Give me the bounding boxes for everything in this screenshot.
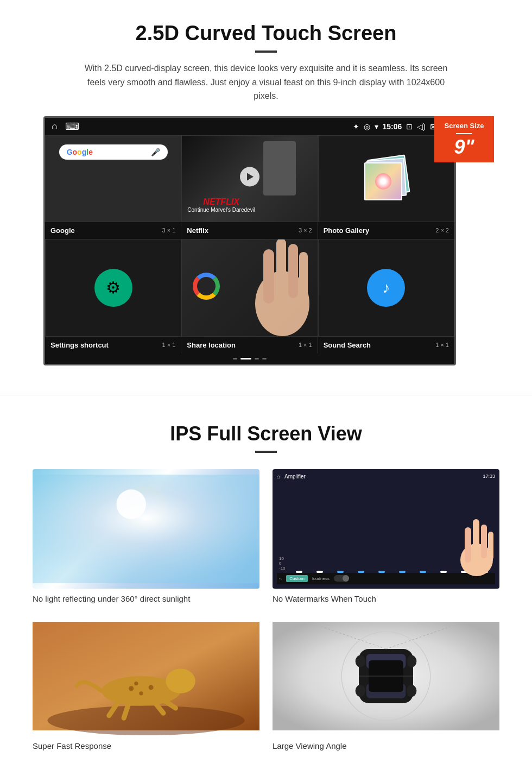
section2-divider [255, 451, 277, 453]
mic-icon: 🎤 [151, 148, 160, 156]
svg-point-34 [407, 685, 416, 697]
sound-app-cell[interactable]: ♪ [318, 239, 454, 337]
slider-knob-7 [420, 571, 426, 573]
status-bar-right: ✦ ◎ ▾ 15:06 ⊡ ◁) ⊠ ▭ [353, 122, 448, 131]
google-search-bar[interactable]: Google 🎤 [59, 144, 168, 160]
amp-custom-btn: Custom [286, 575, 308, 582]
dot-4 [262, 358, 267, 359]
google-label-item: Google 3 × 1 [45, 222, 181, 239]
g-circle [193, 273, 220, 300]
feature-img-angle [273, 616, 499, 736]
share-label-name: Share location [187, 341, 236, 349]
camera-icon: ⊡ [406, 122, 413, 131]
badge-divider [456, 133, 472, 134]
google-logo: Google [67, 148, 93, 156]
svg-point-16 [129, 686, 134, 691]
app-grid-row1: Google 🎤 NETFLIX Continue Mar [45, 135, 454, 222]
home-icon[interactable]: ⌂ [52, 121, 58, 132]
app-grid-row2: ⚙ [45, 239, 454, 337]
svg-rect-3 [288, 244, 298, 298]
slider-knob-8 [440, 571, 447, 573]
slider-knob-2 [316, 571, 323, 573]
netflix-label-name: Netflix [187, 226, 208, 235]
section2-title: IPS Full Screen View [33, 422, 499, 445]
g-maps-icon [193, 273, 223, 302]
status-bar: ⌂ ⌨ ✦ ◎ ▾ 15:06 ⊡ ◁) ⊠ ▭ [45, 118, 454, 135]
netflix-bg: NETFLIX Continue Marvel's Daredevil [182, 136, 317, 222]
device-mockup: Screen Size 9" ⌂ ⌨ ✦ ◎ ▾ 15:06 ⊡ ◁) ⊠ [43, 116, 489, 365]
svg-rect-11 [488, 532, 493, 560]
feature-label-watermark: No Watermarks When Touch [273, 594, 499, 603]
svg-rect-2 [276, 239, 286, 298]
netflix-label-item: Netflix 3 × 2 [181, 222, 318, 239]
feature-item-angle: Large Viewing Angle [273, 616, 499, 750]
screen-size-badge: Screen Size 9" [434, 116, 494, 162]
settings-app-cell[interactable]: ⚙ [45, 239, 181, 337]
sound-label-name: Sound Search [324, 341, 371, 349]
feature-img-response [33, 616, 259, 736]
section-curved-screen: 2.5D Curved Touch Screen With 2.5D curve… [0, 0, 532, 379]
google-label-size: 3 × 1 [162, 227, 176, 234]
svg-point-18 [149, 685, 154, 690]
feature-label-angle: Large Viewing Angle [273, 741, 499, 750]
eq-bars: 10 0 -10 [277, 483, 495, 571]
svg-point-33 [356, 685, 365, 697]
dot-1 [233, 358, 237, 359]
volume-icon: ◁) [417, 122, 426, 131]
svg-rect-1 [263, 249, 274, 304]
status-time: 15:06 [383, 122, 402, 131]
share-app-cell[interactable] [181, 239, 318, 337]
amp-toggle [334, 575, 349, 582]
sky-image [33, 469, 259, 589]
netflix-brand: NETFLIX [187, 197, 255, 207]
feature-label-sunlight: No light reflecting under 360° direct su… [33, 594, 259, 603]
app-label-row1: Google 3 × 1 Netflix 3 × 2 Photo Gallery… [45, 222, 454, 239]
amp-toggle-knob [343, 575, 349, 582]
car-svg [273, 616, 499, 736]
eq-labels: 10 0 -10 [279, 556, 286, 571]
feature-label-response: Super Fast Response [33, 741, 259, 750]
sky-svg [33, 469, 259, 589]
sound-label-item: Sound Search 1 × 1 [318, 337, 454, 354]
title-divider [255, 51, 277, 53]
bluetooth-icon: ✦ [353, 122, 359, 131]
flower-icon [375, 173, 391, 190]
google-label-name: Google [50, 226, 75, 235]
status-bar-left: ⌂ ⌨ [52, 121, 79, 133]
dot-3 [255, 358, 259, 359]
feature-item-watermark: ⌂ Amplifier 17:33 10 0 -10 [273, 469, 499, 603]
svg-rect-10 [481, 525, 487, 558]
usb-icon: ⌨ [65, 121, 79, 133]
section-ips: IPS Full Screen View [0, 412, 532, 757]
dot-2 [240, 358, 251, 359]
slider-knob-6 [399, 571, 406, 573]
google-app-cell[interactable]: Google 🎤 [45, 135, 181, 222]
slider-knob-3 [337, 571, 344, 573]
photo-stack [364, 157, 408, 200]
cheetah-svg [33, 616, 259, 736]
svg-point-17 [139, 691, 143, 695]
amp-home-icon: ⌂ [277, 474, 280, 480]
svg-point-31 [356, 655, 365, 667]
play-triangle-icon [247, 173, 254, 180]
amp-arrow: ‹‹ [279, 576, 282, 581]
wifi-icon: ▾ [375, 122, 378, 131]
netflix-subtitle: Continue Marvel's Daredevil [187, 207, 255, 213]
settings-label-name: Settings shortcut [50, 341, 109, 349]
play-button[interactable] [240, 167, 259, 186]
gallery-label-item: Photo Gallery 2 × 2 [318, 222, 454, 239]
svg-rect-4 [299, 252, 308, 298]
photo-card-main [364, 162, 402, 200]
netflix-figure [263, 141, 296, 195]
gallery-label-name: Photo Gallery [324, 226, 370, 235]
amp-loudness-label: loudness [312, 576, 330, 581]
slider-knob-5 [378, 571, 385, 573]
settings-icon-circle: ⚙ [94, 269, 132, 307]
feature-grid: No light reflecting under 360° direct su… [33, 469, 499, 750]
netflix-label-size: 3 × 2 [299, 227, 312, 234]
page-divider [0, 395, 532, 395]
feature-item-sunlight: No light reflecting under 360° direct su… [33, 469, 259, 603]
slider-knob-4 [358, 571, 364, 573]
netflix-app-cell[interactable]: NETFLIX Continue Marvel's Daredevil [181, 135, 318, 222]
hand-amp-icon [455, 511, 498, 576]
